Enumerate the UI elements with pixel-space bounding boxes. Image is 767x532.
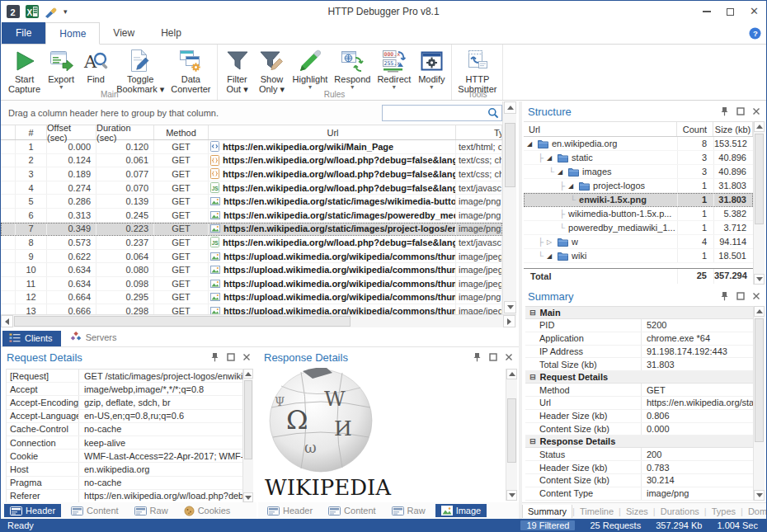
find-button[interactable]: AFind [78, 46, 113, 85]
summary-section-request-details[interactable]: ⊟Request Details [525, 371, 753, 384]
scroll-up-button[interactable] [243, 369, 253, 379]
structure-scrollbar[interactable] [753, 121, 765, 285]
scroll-up-button[interactable] [754, 306, 765, 317]
column-header-url[interactable]: Url [209, 125, 456, 139]
structure-column-url[interactable]: Url [524, 122, 677, 136]
structure-tree-row[interactable]: ├◢project-logos131.803 [524, 179, 753, 193]
tab-content[interactable]: Content [322, 504, 382, 517]
summary-row[interactable]: Applicationchrome.exe *64 [525, 332, 753, 346]
expander-expanded-icon[interactable]: ◢ [558, 168, 565, 176]
scroll-right-button[interactable] [503, 315, 515, 327]
scroll-down-button[interactable] [754, 274, 765, 285]
summary-row[interactable]: Content Typeimage/png [525, 487, 753, 501]
expander-collapsed-icon[interactable]: ▷ [547, 238, 554, 246]
column-header-type[interactable]: Type [456, 125, 502, 139]
summary-row[interactable]: Content Size (kb)30.214 [525, 474, 753, 487]
tab-types[interactable]: Types [707, 505, 741, 518]
header-row[interactable]: Connectionkeep-alive [7, 436, 243, 450]
summary-row[interactable]: Total Size (kb)31.803 [525, 358, 753, 371]
tab-sizes[interactable]: Sizes [621, 505, 653, 518]
scroll-up-button[interactable] [504, 101, 516, 114]
scroll-thumb[interactable] [755, 134, 764, 224]
header-row[interactable]: Accept-Encodinggzip, deflate, sdch, br [7, 396, 243, 409]
pin-icon[interactable] [473, 352, 482, 362]
table-row[interactable]: 40.2740.070GETJShttps://en.wikipedia.org… [1, 181, 502, 195]
close-button[interactable]: ✕ [742, 2, 766, 21]
close-panel-icon[interactable] [752, 107, 760, 115]
tab-raw[interactable]: Raw [386, 504, 431, 517]
tab-image[interactable]: Image [435, 504, 487, 517]
tab-header[interactable]: Header [4, 504, 61, 517]
header-row[interactable]: Cache-Controlno-cache [7, 423, 243, 436]
header-row[interactable]: Refererhttps://en.wikipedia.org/w/load.p… [7, 490, 243, 502]
maximize-button[interactable] [718, 2, 742, 21]
scroll-up-button[interactable] [506, 369, 517, 379]
table-row[interactable]: 30.1890.077GEThttps://en.wikipedia.org/w… [1, 167, 502, 181]
structure-tree-row[interactable]: ├▷w494.114 [524, 235, 753, 249]
structure-tree-row[interactable]: ├wikimedia-button-1.5x.p...15.382 [524, 207, 753, 221]
tab-summary[interactable]: Summary [522, 505, 572, 518]
maximize-panel-icon[interactable] [736, 107, 745, 115]
tab-timeline[interactable]: Timeline [575, 505, 619, 518]
scroll-thumb[interactable] [755, 318, 764, 442]
search-input[interactable] [383, 106, 487, 120]
tab-domains[interactable]: Domains [743, 505, 767, 518]
clear-brush-icon[interactable] [45, 6, 58, 18]
requests-table-header[interactable]: #Offset (sec)Duration (sec)MethodUrlType [1, 125, 502, 140]
summary-row[interactable]: Header Size (kb)0.783 [525, 461, 753, 474]
structure-tree-row[interactable]: └◢wiki118.501 [524, 249, 753, 263]
scroll-left-button[interactable] [1, 315, 13, 327]
summary-scrollbar[interactable] [753, 306, 765, 501]
summary-row[interactable]: Status200 [525, 448, 753, 461]
table-row[interactable]: 120.6640.295GEThttps://upload.wikimedia.… [1, 291, 502, 305]
column-header-offset-sec[interactable]: Offset (sec) [47, 125, 96, 139]
table-row[interactable]: 90.6220.064GEThttps://upload.wikimedia.o… [1, 250, 502, 264]
qat-dropdown-icon[interactable]: ▾ [64, 7, 68, 16]
scroll-down-button[interactable] [506, 490, 517, 501]
tab-raw[interactable]: Raw [129, 504, 174, 517]
filter-out-button[interactable]: FilterOut ▾ [220, 46, 255, 95]
menu-tab-file[interactable]: File [2, 22, 45, 44]
table-horizontal-scrollbar[interactable] [1, 314, 516, 327]
summary-row[interactable]: IP Address91.198.174.192:443 [525, 346, 753, 359]
highlight-button[interactable]: Highlight▾ [289, 46, 332, 91]
column-header-duration-sec[interactable]: Duration (sec) [96, 125, 154, 139]
pin-icon[interactable] [720, 291, 729, 301]
scroll-thumb[interactable] [507, 398, 516, 463]
scroll-thumb[interactable] [244, 380, 252, 459]
header-row[interactable]: [Request]GET /static/images/project-logo… [7, 370, 243, 383]
structure-tree-row[interactable]: ├◢static340.896 [524, 151, 753, 165]
tab-header[interactable]: Header [261, 504, 318, 517]
vertical-scroll-thumb[interactable] [505, 123, 515, 187]
excel-export-icon[interactable]: X [26, 5, 39, 18]
maximize-panel-icon[interactable] [489, 353, 497, 361]
horizontal-scroll-thumb[interactable] [14, 316, 351, 327]
modify-button[interactable]: Modify▾ [414, 46, 449, 91]
maximize-panel-icon[interactable] [227, 353, 235, 361]
summary-section-main[interactable]: ⊟Main [525, 307, 753, 319]
minimize-button[interactable] [694, 2, 718, 21]
column-header-method[interactable]: Method [154, 125, 209, 139]
structure-tree-row[interactable]: └enwiki-1.5x.png131.803 [524, 193, 753, 207]
summary-section-response-details[interactable]: ⊟Response Details [525, 435, 753, 448]
expander-expanded-icon[interactable]: ◢ [568, 182, 576, 190]
header-row[interactable]: Acceptimage/webp,image/*,*/*;q=0.8 [7, 383, 243, 396]
header-row[interactable]: Pragmano-cache [7, 477, 243, 490]
collapse-icon[interactable]: ⊟ [529, 438, 536, 445]
help-icon[interactable]: ? [749, 27, 761, 40]
header-row[interactable]: Hosten.wikipedia.org [7, 463, 243, 476]
menu-tab-home[interactable]: Home [45, 22, 100, 45]
pin-icon[interactable] [720, 106, 729, 116]
tab-cookies[interactable]: Cookies [178, 504, 237, 518]
table-row[interactable]: 100.6340.080GEThttps://upload.wikimedia.… [1, 263, 502, 277]
table-row[interactable]: 20.1240.061GEThttps://en.wikipedia.org/w… [1, 154, 502, 168]
respond-button[interactable]: Respond▾ [331, 46, 374, 91]
status-filtered-count[interactable]: 19 Filtered [520, 520, 575, 530]
summary-row[interactable]: Content Size (kb)0.000 [525, 423, 753, 436]
request-grid-scrollbar[interactable] [242, 369, 253, 502]
structure-tree-row[interactable]: ◢en.wikipedia.org8153.512 [524, 137, 753, 151]
summary-row[interactable]: MethodGET [525, 384, 753, 397]
start-capture-button[interactable]: StartCapture [5, 46, 44, 95]
table-row[interactable]: 70.3490.223GEThttps://en.wikipedia.org/s… [1, 223, 502, 237]
close-panel-icon[interactable] [505, 353, 513, 361]
